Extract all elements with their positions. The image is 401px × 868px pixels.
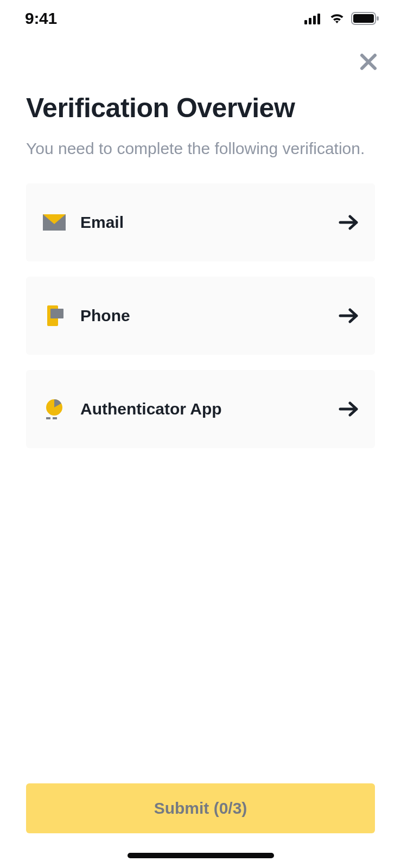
svg-rect-1 bbox=[309, 18, 311, 24]
item-label: Authenticator App bbox=[80, 400, 222, 418]
item-label: Phone bbox=[80, 307, 130, 325]
header: Verification Overview You need to comple… bbox=[0, 80, 401, 161]
top-bar bbox=[0, 37, 401, 80]
arrow-right-icon bbox=[338, 308, 359, 323]
wifi-icon bbox=[328, 12, 346, 24]
svg-rect-0 bbox=[304, 20, 307, 24]
page-title: Verification Overview bbox=[26, 93, 375, 123]
svg-rect-3 bbox=[317, 14, 320, 24]
submit-button[interactable]: Submit (0/3) bbox=[26, 783, 375, 833]
svg-rect-6 bbox=[377, 16, 379, 21]
svg-rect-2 bbox=[313, 16, 316, 24]
item-label: Email bbox=[80, 213, 124, 232]
close-button[interactable] bbox=[355, 50, 381, 76]
authenticator-icon bbox=[42, 398, 66, 420]
page-subtitle: You need to complete the following verif… bbox=[26, 136, 375, 161]
status-bar: 9:41 bbox=[0, 0, 401, 37]
status-time: 9:41 bbox=[25, 9, 57, 28]
svg-rect-11 bbox=[46, 417, 50, 419]
email-icon bbox=[42, 212, 66, 233]
arrow-right-icon bbox=[338, 215, 359, 230]
item-left: Email bbox=[42, 212, 124, 233]
verification-item-authenticator[interactable]: Authenticator App bbox=[26, 370, 375, 448]
battery-icon bbox=[351, 12, 379, 25]
home-indicator bbox=[128, 853, 274, 858]
close-icon bbox=[359, 53, 378, 73]
svg-rect-12 bbox=[53, 417, 57, 419]
verification-item-phone[interactable]: Phone bbox=[26, 277, 375, 355]
verification-list: Email Phone bbox=[0, 161, 401, 448]
submit-label: Submit (0/3) bbox=[154, 799, 247, 818]
status-icons bbox=[304, 12, 379, 25]
cellular-icon bbox=[304, 12, 323, 24]
item-left: Authenticator App bbox=[42, 398, 222, 420]
item-left: Phone bbox=[42, 305, 130, 327]
screen: 9:41 bbox=[0, 0, 401, 868]
arrow-right-icon bbox=[338, 401, 359, 417]
svg-rect-5 bbox=[353, 14, 374, 23]
phone-icon bbox=[42, 305, 66, 327]
verification-item-email[interactable]: Email bbox=[26, 183, 375, 261]
